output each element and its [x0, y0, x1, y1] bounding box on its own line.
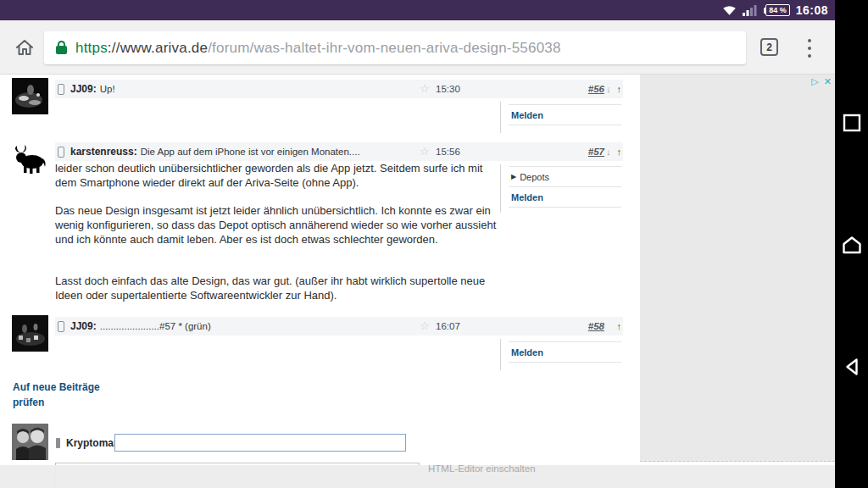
check-new-posts-link[interactable]: Auf neue Beiträge prüfen [13, 380, 108, 410]
back-icon [843, 357, 861, 377]
post-actions: Melden [509, 104, 621, 125]
mobile-device-icon [58, 147, 64, 158]
reply-subject-input[interactable] [114, 434, 406, 452]
home-icon [14, 36, 36, 58]
avatar[interactable] [12, 424, 48, 460]
signal-icon [743, 4, 758, 16]
home-nav-icon [841, 235, 863, 255]
arrow-up-icon[interactable]: ↑ [617, 321, 622, 331]
post-number-link[interactable]: #56 [588, 84, 604, 94]
battery-percent: 84 % [765, 4, 790, 16]
status-bar-right: 84 % 16:08 [722, 0, 828, 20]
star-icon[interactable]: ☆ [420, 83, 430, 94]
post-time: 16:07 [436, 321, 460, 331]
post-nav-arrows: ↓ ↑ [606, 84, 621, 94]
post-actions: ▶ Depots Melden [509, 166, 621, 208]
adchoices-icon[interactable]: ▷ [811, 77, 818, 86]
melden-row[interactable]: Melden [509, 341, 621, 362]
melden-row[interactable]: Melden [509, 186, 621, 207]
divider [500, 102, 501, 133]
melden-link[interactable]: Melden [511, 192, 543, 202]
post-nav-arrows: ↓ ↑ [606, 147, 621, 157]
depots-link[interactable]: Depots [520, 172, 549, 182]
post-teaser: Die App auf dem iPhone ist vor einigen M… [141, 147, 360, 157]
tab-switcher-button[interactable]: 2 [760, 38, 778, 56]
arrow-down-icon[interactable]: ↓ [606, 84, 611, 94]
post-time: 15:56 [436, 147, 460, 157]
post-header: JJ09: ......................#57 * (grün)… [55, 317, 623, 336]
triangle-right-icon: ▶ [511, 173, 516, 180]
star-icon[interactable]: ☆ [420, 146, 430, 157]
html-editor-toggle-link[interactable]: HTML-Editor einschalten [428, 463, 536, 474]
screen: 84 % 16:08 https://www.ariva.de/forum/wa… [0, 0, 868, 488]
post-nav-arrows: ↑ [606, 321, 621, 331]
post-paragraph: leider schon deutlich unübersichtlicher … [55, 161, 504, 190]
post-paragraph: Lasst doch einfach das alte Design, das … [55, 274, 504, 302]
post-number-link[interactable]: #58 [588, 321, 604, 331]
ad-placeholder: ▷ ✕ [640, 75, 835, 462]
arrow-down-icon[interactable]: ↓ [606, 147, 611, 157]
post-time: 15:30 [436, 84, 460, 94]
melden-row[interactable]: Melden [509, 104, 621, 125]
post-paragraph: Das neue Design insgesamt ist jetzt leid… [55, 203, 504, 247]
battery-icon: 84 % [764, 4, 790, 16]
arrow-up-icon[interactable]: ↑ [617, 84, 622, 94]
divider [500, 164, 501, 213]
post-number-link[interactable]: #57 [588, 147, 604, 157]
ad-close-icon[interactable]: ✕ [824, 77, 832, 86]
avatar[interactable] [12, 315, 48, 352]
post-author[interactable]: JJ09: [70, 83, 97, 95]
url-bar[interactable]: https://www.ariva.de/forum/was-haltet-ih… [44, 31, 746, 64]
depots-row[interactable]: ▶ Depots [509, 166, 621, 186]
post-header: karstenreuss: Die App auf dem iPhone ist… [55, 142, 623, 161]
melden-link[interactable]: Melden [511, 110, 543, 120]
post-author[interactable]: JJ09: [70, 320, 97, 332]
back-button[interactable] [835, 348, 868, 385]
https-lock-icon [56, 46, 67, 54]
avatar[interactable] [12, 141, 48, 178]
clock: 16:08 [796, 3, 828, 17]
url-path: /forum/was-haltet-ihr-vom-neuen-ariva-de… [208, 40, 561, 57]
post-teaser: ......................#57 * (grün) [100, 321, 211, 331]
mobile-device-icon [58, 321, 64, 332]
post-actions: Melden [509, 341, 621, 363]
post-header: JJ09: Up! ☆ 15:30 #56 ↓ ↑ [55, 80, 623, 98]
star-icon[interactable]: ☆ [420, 320, 430, 331]
home-button[interactable] [835, 226, 868, 263]
mobile-device-icon [56, 438, 60, 448]
post-author[interactable]: karstenreuss: [70, 146, 137, 158]
recents-icon [842, 113, 862, 133]
browser-home-button[interactable] [14, 36, 36, 58]
divider [500, 339, 501, 370]
melden-link[interactable]: Melden [511, 347, 543, 358]
arrow-up-icon[interactable]: ↑ [617, 147, 622, 157]
recents-button[interactable] [835, 104, 868, 141]
android-nav-bar [835, 0, 868, 488]
avatar[interactable] [12, 78, 48, 114]
mobile-device-icon [58, 84, 64, 95]
wifi-icon [722, 4, 737, 16]
cookie-notice-bar: Hinweis:Durch die Nutzung der Webseite s… [0, 465, 835, 488]
url-host: ://www.ariva.de [108, 40, 208, 57]
browser-menu-button[interactable] [804, 36, 815, 60]
url-scheme: https [75, 40, 108, 57]
status-bar: 84 % 16:08 [0, 0, 835, 20]
browser-toolbar: https://www.ariva.de/forum/was-haltet-ih… [0, 20, 835, 75]
post-teaser: Up! [100, 84, 115, 94]
